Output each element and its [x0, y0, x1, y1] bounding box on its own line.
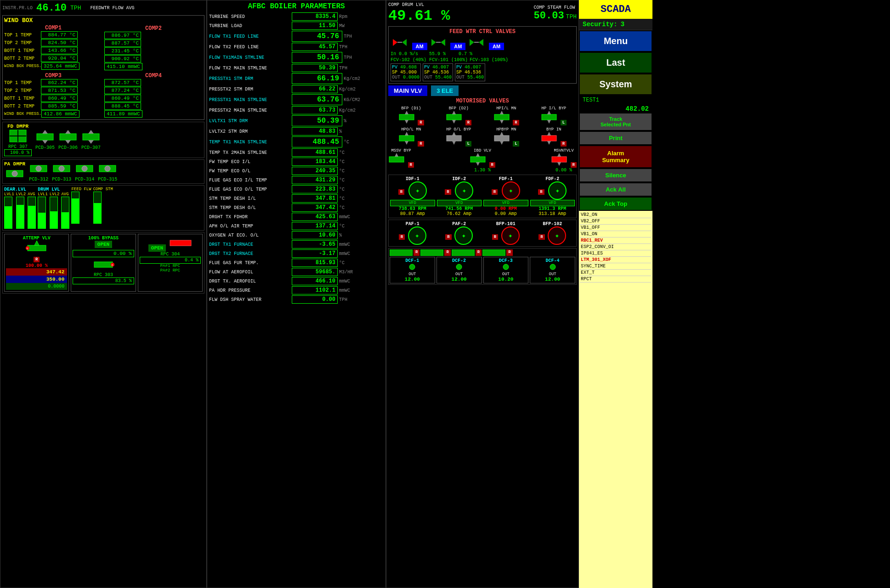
alarm-item-4[interactable]: RBC1_REV — [580, 237, 652, 244]
alarm-item-7[interactable]: LTM_301_XOF — [580, 257, 652, 263]
pa-dmpr-item: PA DMPR — [4, 161, 25, 182]
hp-ol-byp-icon — [446, 132, 462, 145]
alarm-item-8[interactable]: SYNC_TIME — [580, 263, 652, 270]
hp-ol-byp-l-btn[interactable]: L — [465, 141, 471, 147]
param-row-0: TURBINE SPEED8335.4Rpm — [209, 12, 384, 21]
feed-flw-bar — [71, 192, 79, 224]
pcd312-label: PCD-312 — [29, 177, 48, 182]
alarm-item-6[interactable]: IP841_ES — [580, 250, 652, 257]
param-unit-11: % — [339, 129, 342, 134]
svg-marker-69 — [557, 153, 561, 157]
idf2-r-btn[interactable]: R — [445, 189, 451, 195]
param-unit-17: °C — [339, 187, 345, 192]
hpo-mn-label: HPO/L MN — [388, 127, 434, 132]
dcf-bar-r1[interactable]: R — [414, 249, 419, 256]
dcf-bar-1 — [390, 249, 413, 256]
svg-rect-42 — [447, 114, 461, 120]
param-value-2: 45.76 — [292, 31, 342, 42]
am-btn-2[interactable]: AM — [450, 43, 465, 50]
byp-in-r-btn[interactable]: R — [561, 141, 567, 147]
idf1-r-btn[interactable]: R — [398, 189, 404, 195]
am-btn-1[interactable]: AM — [412, 43, 427, 50]
scada-title: SCADA — [579, 0, 652, 19]
msvnt-r-btn[interactable]: R — [571, 162, 577, 168]
ack-all-button[interactable]: Ack All — [580, 183, 652, 196]
ack-top-button[interactable]: Ack Top — [580, 198, 652, 210]
print-button[interactable]: Print — [580, 132, 652, 144]
param-unit-1: MW — [339, 23, 345, 28]
alarm-item-0[interactable]: VB2_ON — [580, 212, 652, 218]
pcd313-label: PCD-313 — [52, 177, 71, 182]
big-percent: 49.61 % — [388, 7, 450, 24]
system-button[interactable]: System — [580, 74, 652, 94]
param-label-20: DRGHT TX FDHDR — [209, 215, 292, 220]
avg-label: AVG — [28, 192, 36, 197]
dcf-bar-r4[interactable]: R — [506, 249, 512, 256]
ibd-vlv-r-btn[interactable]: R — [489, 162, 495, 168]
param-value-21: 137.14 — [292, 222, 338, 230]
menu-button[interactable]: Menu — [580, 31, 652, 51]
param-unit-26: M3/HR — [339, 270, 353, 275]
param-row-9: PRESSTX2 MAIN STMLINE63.73Kg/cm2 — [209, 106, 384, 114]
silence-button[interactable]: Silence — [580, 169, 652, 181]
svg-marker-44 — [452, 120, 456, 124]
main-vlv-btn[interactable]: MAIN VLV — [388, 85, 427, 96]
attemp-r-btn[interactable]: R — [34, 257, 40, 262]
bott2-label-c1: BOTT 2 TEMP — [4, 56, 41, 61]
dear-lvl1: LVL1 — [4, 192, 14, 229]
paf1-r-btn[interactable]: R — [399, 234, 405, 240]
dcf4-label: DCF-4 — [531, 258, 574, 263]
alarm-item-1[interactable]: VB2_OFF — [580, 218, 652, 225]
hpbyp-mn-l-btn[interactable]: L — [513, 141, 519, 147]
dcf-bar-r2[interactable]: R — [444, 249, 450, 256]
svg-text:R: R — [27, 248, 28, 250]
last-button[interactable]: Last — [580, 53, 652, 73]
alarm-summary-button[interactable]: AlarmSummary — [580, 146, 652, 167]
top2-label-c3: TOP 2 TEMP — [4, 88, 41, 93]
bfp101-r-btn[interactable]: R — [492, 234, 498, 240]
alarm-item-10[interactable]: RPCT — [580, 276, 652, 283]
track-button[interactable]: TrackSelected Pnt — [580, 113, 652, 130]
idf2-vfd: VFD — [437, 200, 482, 206]
hpo-mn-r-btn[interactable]: R — [418, 141, 424, 147]
pv-box-attemp: 347.42 — [6, 268, 67, 276]
fdf1-r-btn[interactable]: R — [492, 189, 498, 195]
idf1-amp: 80.87 Amp — [390, 211, 435, 216]
hp-il-byp-l-btn[interactable]: L — [561, 120, 567, 125]
alarm-item-9[interactable]: EXT_T — [580, 270, 652, 276]
svg-marker-37 — [479, 39, 483, 46]
paf-bfp-section: PAF-1 R ✦ PAF-2 R ✦ BFP-101 R ✦ BFP-102 … — [388, 220, 577, 247]
paf1-item: PAF-1 R ✦ — [390, 221, 435, 245]
bott1-val-c1: 143.66 °C — [41, 47, 78, 54]
mssv-byp-r-btn[interactable]: R — [408, 162, 414, 168]
hpi-mn-r-btn[interactable]: R — [513, 120, 519, 125]
param-row-18: STM TEMP DESH I/L347.81°C — [209, 194, 384, 203]
dcf-bar-r3[interactable]: R — [476, 249, 482, 256]
byp-in-icon — [541, 132, 557, 145]
alarm-item-5[interactable]: ESP2_CONV_OI — [580, 244, 652, 250]
bfp-d1-r-btn[interactable]: R — [418, 120, 424, 125]
param-value-9: 63.73 — [292, 106, 338, 114]
param-label-9: PRESSTX2 MAIN STMLINE — [209, 108, 292, 113]
bott2-val-c4: 888.45 °C — [104, 102, 141, 110]
valve3-icon-col: AM — [467, 37, 504, 50]
fdf2-r-btn[interactable]: R — [538, 189, 544, 195]
attemp-vlv-label: ATTEMP VLV — [6, 236, 67, 241]
param-row-6: PRESSTX1 STM DRM66.19Kg/cm2 — [209, 73, 384, 84]
bfp102-r-btn[interactable]: R — [539, 234, 544, 240]
three-ele-btn[interactable]: 3 ELE — [431, 85, 459, 96]
bfp-d2-r-btn[interactable]: R — [465, 120, 471, 125]
comp3-col: COMP3 TOP 1 TEMP862.24 °C TOP 2 TEMP871.… — [4, 73, 102, 118]
param-label-16: FLUE GAS ECO I/L TEMP — [209, 178, 292, 183]
param-label-27: DRGT TX. AEROFOIL — [209, 279, 292, 284]
param-unit-14: °C — [339, 159, 345, 164]
fd-label: FD DMPR — [4, 124, 32, 129]
alarm-item-2[interactable]: VB1_OFF — [580, 225, 652, 231]
param-label-26: FLOW AT AEROFOIL — [209, 270, 292, 275]
idf1-fan-icon: ✦ — [408, 181, 427, 200]
am-btn-3[interactable]: AM — [489, 43, 504, 50]
lvl2-label: LVL2 — [16, 192, 26, 197]
paf2-r-btn[interactable]: R — [445, 234, 451, 240]
alarm-item-3[interactable]: VB1_ON — [580, 231, 652, 237]
top-bar: INSTR.PR.LO 46.10 TPH FEEDWTR FLOW AVG — [2, 2, 204, 14]
